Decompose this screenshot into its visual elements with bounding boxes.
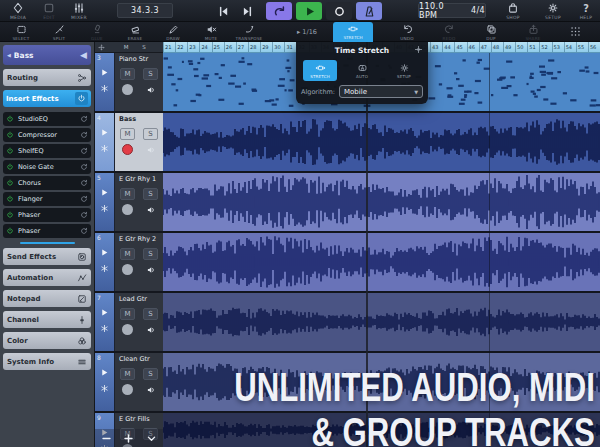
stretch-mode-auto[interactable]: AUTO (345, 60, 379, 81)
mixer-button[interactable]: MIXER (64, 1, 94, 21)
play-button[interactable] (296, 2, 322, 20)
stretch-tool-button[interactable]: STRETCH (333, 22, 373, 42)
collapse-arrow-icon[interactable]: ◀ (80, 50, 87, 60)
stretch-mode-setup[interactable]: SETUP (387, 60, 421, 81)
insert-effect-slot[interactable]: Compressor (3, 128, 91, 142)
add-track-icon[interactable] (123, 433, 134, 444)
edit-button[interactable]: EDIT (36, 1, 62, 21)
monitor-speaker-icon[interactable] (146, 385, 156, 395)
tool-mute[interactable]: MUTE (192, 22, 230, 42)
insert-effect-slot[interactable]: Phaser (3, 224, 91, 238)
preset-cycle-icon[interactable] (80, 195, 88, 203)
track-row[interactable]: 3Piano StrMS (95, 53, 163, 113)
tool-grid[interactable] (554, 22, 596, 42)
freeze-icon[interactable] (100, 144, 109, 153)
section-color[interactable]: Color (3, 332, 91, 349)
mute-button[interactable]: M (120, 248, 135, 260)
track-row[interactable]: 4BassMS (95, 113, 163, 173)
tool-draw[interactable]: DRAW (154, 22, 192, 42)
track-height-minus-icon[interactable] (101, 433, 112, 444)
insert-effect-slot[interactable]: Phaser (3, 208, 91, 222)
power-icon[interactable] (6, 227, 14, 235)
position-display[interactable]: 34.3.3 (117, 3, 173, 18)
mute-button[interactable]: M (120, 188, 135, 200)
track-strip[interactable]: 4 (95, 113, 115, 171)
record-arm-button[interactable] (122, 384, 133, 395)
section-send-effects[interactable]: Send Effects (3, 248, 91, 265)
track-play-icon[interactable] (100, 128, 109, 137)
preset-cycle-icon[interactable] (80, 179, 88, 187)
tool-erase[interactable]: ERASE (116, 22, 154, 42)
section-automation[interactable]: Automation (3, 269, 91, 286)
freeze-icon[interactable] (100, 324, 109, 333)
cycle-button[interactable] (266, 2, 292, 20)
algorithm-select[interactable]: Mobile ▼ (339, 85, 423, 98)
stretch-mode-stretch[interactable]: STRETCH (303, 60, 337, 81)
freeze-icon[interactable] (100, 84, 109, 93)
tempo-display[interactable]: 110.0 BPM 4/4 (418, 3, 486, 18)
collapse-chevron-icon[interactable] (146, 433, 157, 444)
insert-effect-slot[interactable]: ShelfEQ (3, 144, 91, 158)
power-icon[interactable] (6, 179, 14, 187)
monitor-speaker-icon[interactable] (146, 205, 156, 215)
drag-handle-icon[interactable] (414, 45, 423, 54)
record-arm-button[interactable] (122, 324, 133, 335)
track-row[interactable]: 6E Gtr Rhy 2MS (95, 233, 163, 293)
track-header[interactable]: Clean GtrMS (115, 353, 163, 411)
record-arm-button[interactable] (122, 264, 133, 275)
insert-effect-slot[interactable]: StudioEQ (3, 112, 91, 126)
freeze-icon[interactable] (100, 384, 109, 393)
track-play-icon[interactable] (100, 368, 109, 377)
tool-glue[interactable]: GLUE (78, 22, 116, 42)
monitor-speaker-icon[interactable] (146, 265, 156, 275)
power-icon[interactable] (6, 131, 14, 139)
monitor-speaker-icon[interactable] (146, 85, 156, 95)
track-row[interactable]: 7Lead GtrMS (95, 293, 163, 353)
track-play-icon[interactable] (100, 308, 109, 317)
insert-effect-slot[interactable]: Chorus (3, 176, 91, 190)
tool-select[interactable]: SELECT (2, 22, 40, 42)
insert-effects-button[interactable]: Insert Effects (3, 90, 91, 107)
metronome-button[interactable] (356, 2, 382, 20)
skip-forward-button[interactable] (236, 2, 258, 20)
mute-button[interactable]: M (120, 368, 135, 380)
freeze-icon[interactable] (100, 204, 109, 213)
record-arm-button[interactable] (122, 84, 133, 95)
section-channel[interactable]: Channel (3, 311, 91, 328)
solo-button[interactable]: S (143, 188, 158, 200)
setup-button[interactable]: SETUP (540, 1, 566, 21)
track-header[interactable]: Piano StrMS (115, 53, 163, 111)
monitor-speaker-icon[interactable] (146, 325, 156, 335)
power-icon[interactable] (6, 211, 14, 219)
track-header[interactable]: E Gtr Rhy 2MS (115, 233, 163, 291)
track-play-icon[interactable] (100, 68, 109, 77)
track-header[interactable]: Lead GtrMS (115, 293, 163, 351)
skip-back-button[interactable] (212, 2, 234, 20)
inspector-track-header[interactable]: ◀ Bass ◀ (3, 45, 91, 65)
track-strip[interactable]: 7 (95, 293, 115, 351)
preset-cycle-icon[interactable] (80, 115, 88, 123)
track-header[interactable]: BassMS (115, 113, 163, 171)
tool-redo[interactable]: REDO (428, 22, 470, 42)
insert-effect-slot[interactable]: Noise Gate (3, 160, 91, 174)
preset-cycle-icon[interactable] (80, 227, 88, 235)
global-solo-button[interactable]: S (135, 44, 153, 50)
preset-cycle-icon[interactable] (80, 211, 88, 219)
track-strip[interactable]: 6 (95, 233, 115, 291)
track-lane-region[interactable] (163, 173, 600, 233)
tool-split[interactable]: SPLIT (40, 22, 78, 42)
track-play-icon[interactable] (100, 248, 109, 257)
preset-cycle-icon[interactable] (80, 131, 88, 139)
tool-transpose[interactable]: TRANSPOSE (230, 22, 268, 42)
mute-button[interactable]: M (120, 308, 135, 320)
freeze-icon[interactable] (100, 264, 109, 273)
power-icon[interactable] (6, 163, 14, 171)
solo-button[interactable]: S (143, 308, 158, 320)
record-button[interactable] (326, 2, 352, 20)
track-strip[interactable]: 8 (95, 353, 115, 411)
monitor-speaker-icon[interactable] (146, 145, 156, 155)
track-row[interactable]: 8Clean GtrMS (95, 353, 163, 413)
global-mute-button[interactable]: M (117, 44, 135, 50)
snap-value[interactable]: ▸ 1/16 (297, 22, 317, 42)
track-strip[interactable]: 5 (95, 173, 115, 231)
